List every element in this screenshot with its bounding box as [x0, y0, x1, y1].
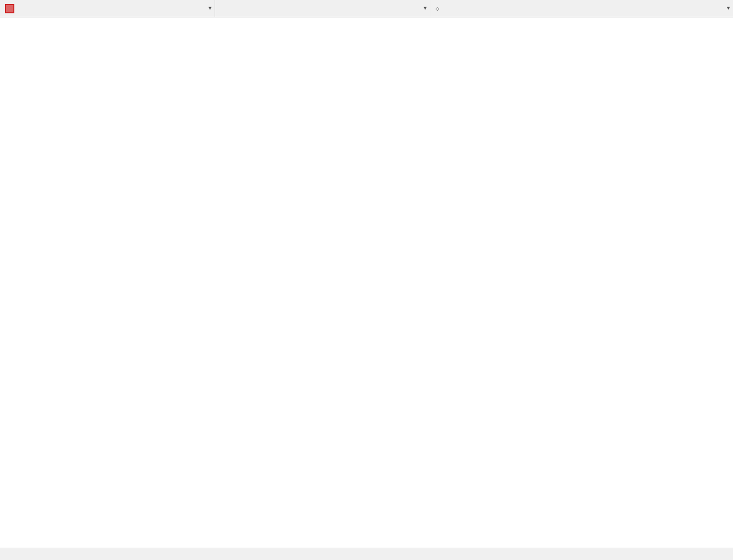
file-dropdown-arrow[interactable]: ▼	[208, 6, 212, 11]
app-logo	[5, 4, 14, 13]
code-editor[interactable]	[0, 17, 733, 548]
title-segment-function[interactable]: ◇ ▼	[430, 0, 733, 17]
function-icon: ◇	[435, 5, 439, 13]
function-dropdown-arrow[interactable]: ▼	[727, 6, 730, 11]
status-bar	[0, 548, 733, 560]
title-segment-file[interactable]: ▼	[0, 0, 215, 17]
scope-dropdown-arrow[interactable]: ▼	[424, 6, 427, 11]
title-bar: ▼ ▼ ◇ ▼	[0, 0, 733, 17]
title-segment-scope[interactable]: ▼	[215, 0, 430, 17]
